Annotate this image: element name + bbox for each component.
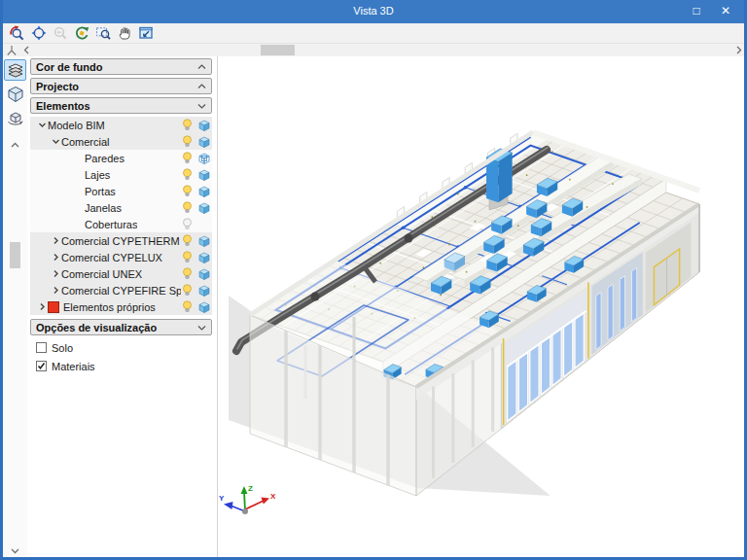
tree-item-label: Comercial CYPELUX bbox=[61, 252, 162, 263]
window-title: Vista 3D bbox=[3, 0, 744, 22]
scroll-up-arrow-icon[interactable] bbox=[9, 140, 21, 150]
section-label: Cor de fundo bbox=[36, 61, 102, 73]
tree-item-label: Comercial bbox=[61, 136, 110, 148]
pan-icon[interactable] bbox=[115, 24, 133, 42]
transparency-cube-icon[interactable] bbox=[197, 153, 210, 164]
solid-cube-icon[interactable] bbox=[197, 136, 210, 148]
tree-item-lajes[interactable]: Lajes bbox=[30, 166, 212, 183]
horizontal-scroll-row bbox=[3, 44, 744, 56]
solid-view-icon[interactable] bbox=[4, 84, 26, 105]
tree-item-label: Janelas bbox=[85, 202, 122, 214]
checkbox-solo[interactable] bbox=[36, 342, 47, 353]
tree-item-label: Lajes bbox=[85, 169, 110, 181]
section-header-opcoes-de-visualizacao[interactable]: Opções de visualização bbox=[30, 319, 212, 335]
left-tool-strip bbox=[3, 56, 27, 557]
solid-cube-icon[interactable] bbox=[197, 235, 210, 247]
visibility-bulb-icon[interactable] bbox=[181, 300, 194, 313]
tree-item-comercial-cypefire-sprinklers[interactable]: Comercial CYPEFIRE Sprinklers bbox=[30, 282, 212, 298]
chevron-down-icon bbox=[197, 325, 206, 331]
chevron-down-icon[interactable] bbox=[36, 121, 48, 129]
solid-cube-icon[interactable] bbox=[197, 268, 210, 280]
section-label: Projecto bbox=[36, 81, 79, 92]
bim-model bbox=[229, 132, 699, 496]
visualization-options: SoloMateriais bbox=[30, 338, 212, 375]
tree-item-label: Paredes bbox=[85, 153, 124, 164]
axes-origin-icon[interactable] bbox=[3, 45, 20, 56]
section-header-elementos[interactable]: Elementos bbox=[30, 97, 212, 114]
tree-item-label: Comercial CYPEFIRE Sprinklers bbox=[61, 285, 181, 297]
chevron-right-icon[interactable] bbox=[50, 253, 61, 262]
zoom-window-icon[interactable] bbox=[93, 24, 112, 42]
visibility-bulb-icon[interactable] bbox=[181, 218, 194, 230]
solid-cube-icon[interactable] bbox=[197, 202, 210, 214]
horizontal-scrollbar[interactable] bbox=[32, 44, 732, 56]
visibility-bulb-icon[interactable] bbox=[181, 168, 194, 181]
section-header-cor-de-fundo[interactable]: Cor de fundo bbox=[30, 58, 212, 75]
solid-cube-icon[interactable] bbox=[197, 169, 210, 181]
chevron-right-icon[interactable] bbox=[50, 269, 61, 278]
tree-item-label: Portas bbox=[85, 186, 116, 197]
checkbox-materiais[interactable] bbox=[36, 361, 47, 371]
chevron-right-icon[interactable] bbox=[36, 302, 48, 311]
visibility-bulb-icon[interactable] bbox=[181, 119, 194, 131]
redraw-icon[interactable] bbox=[72, 24, 90, 42]
solid-cube-icon[interactable] bbox=[197, 120, 210, 131]
chevron-up-icon bbox=[197, 84, 206, 89]
solid-cube-icon[interactable] bbox=[197, 252, 210, 263]
tree-item-comercial-unex[interactable]: Comercial UNEX bbox=[30, 265, 212, 282]
layers-icon[interactable] bbox=[4, 59, 26, 81]
visibility-bulb-icon[interactable] bbox=[181, 284, 194, 297]
visibility-bulb-icon[interactable] bbox=[181, 152, 194, 164]
scroll-down-arrow-icon[interactable] bbox=[9, 545, 21, 555]
orbit-cube-icon[interactable] bbox=[4, 108, 26, 129]
tree-item-comercial-cypetherm-hvac[interactable]: Comercial CYPETHERM HVAC bbox=[30, 232, 212, 249]
vertical-scrollbar-thumb[interactable] bbox=[10, 242, 20, 268]
section-label: Elementos bbox=[36, 100, 90, 112]
chevron-down-icon[interactable] bbox=[50, 137, 61, 146]
section-header-projecto[interactable]: Projecto bbox=[30, 78, 212, 94]
option-row-materiais: Materiais bbox=[30, 357, 212, 375]
visibility-bulb-icon[interactable] bbox=[181, 201, 194, 214]
element-color-swatch bbox=[48, 301, 59, 313]
solid-cube-icon[interactable] bbox=[197, 285, 210, 297]
horizontal-scrollbar-thumb[interactable] bbox=[261, 45, 295, 55]
tree-item-modelo-bim[interactable]: Modelo BIM bbox=[30, 117, 212, 133]
tree-item-comercial-cypelux[interactable]: Comercial CYPELUX bbox=[30, 249, 212, 265]
vista-3d-window: Vista 3D □ ✕ bbox=[0, 0, 747, 560]
vertical-scrollbar[interactable] bbox=[9, 150, 21, 545]
option-label: Solo bbox=[52, 342, 73, 354]
section-label: Opções de visualização bbox=[36, 322, 157, 333]
visibility-bulb-icon[interactable] bbox=[181, 267, 194, 280]
tree-item-comercial[interactable]: Comercial bbox=[30, 133, 212, 150]
scroll-right-arrow-icon[interactable] bbox=[732, 44, 744, 56]
visibility-bulb-icon[interactable] bbox=[181, 234, 194, 247]
tree-item-elementos-pr-prios[interactable]: Elementos próprios bbox=[30, 298, 212, 315]
visibility-bulb-icon[interactable] bbox=[181, 185, 194, 197]
tree-item-coberturas[interactable]: Coberturas bbox=[30, 216, 212, 232]
chevron-down-icon bbox=[197, 103, 206, 109]
orbit-icon[interactable] bbox=[8, 24, 26, 42]
tree-item-janelas[interactable]: Janelas bbox=[30, 199, 212, 216]
zoom-previous-icon[interactable] bbox=[51, 24, 69, 42]
capture-view-icon[interactable] bbox=[136, 24, 155, 42]
tree-item-portas[interactable]: Portas bbox=[30, 183, 212, 199]
viewport-3d[interactable]: Z X Y bbox=[218, 56, 744, 557]
solid-cube-icon[interactable] bbox=[197, 186, 210, 197]
solid-cube-icon[interactable] bbox=[197, 301, 210, 313]
option-label: Materiais bbox=[52, 361, 95, 372]
maximize-button[interactable]: □ bbox=[682, 0, 711, 23]
tree-item-paredes[interactable]: Paredes bbox=[30, 150, 212, 166]
axis-x-label: X bbox=[270, 492, 276, 501]
chevron-right-icon[interactable] bbox=[50, 236, 61, 245]
tree-item-label: Coberturas bbox=[85, 219, 137, 230]
zoom-all-icon[interactable] bbox=[29, 24, 48, 42]
close-button[interactable]: ✕ bbox=[711, 0, 740, 23]
axis-y-label: Y bbox=[219, 494, 225, 503]
visibility-bulb-icon[interactable] bbox=[181, 251, 194, 263]
scroll-left-arrow-icon[interactable] bbox=[20, 44, 32, 56]
tree-item-label: Comercial UNEX bbox=[61, 268, 142, 280]
visibility-bulb-icon[interactable] bbox=[181, 135, 194, 148]
chevron-right-icon[interactable] bbox=[50, 286, 61, 295]
toolbar bbox=[3, 23, 744, 44]
titlebar[interactable]: Vista 3D □ ✕ bbox=[3, 0, 744, 23]
